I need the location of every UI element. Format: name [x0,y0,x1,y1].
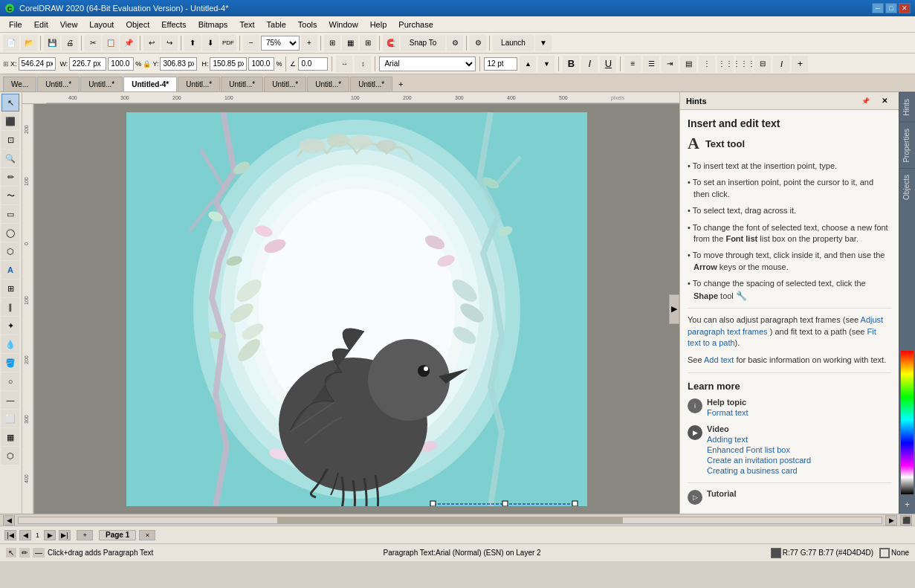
col-btn3[interactable]: ⋮⋮⋮ [736,56,752,72]
underline-button[interactable]: U [600,56,616,72]
angle-input[interactable] [298,57,328,71]
menu-bitmaps[interactable]: Bitmaps [193,16,234,32]
tool-text[interactable]: A [1,261,19,279]
menu-window[interactable]: Window [323,16,364,32]
mirror-v-button[interactable]: ↕ [355,56,371,72]
tab-4[interactable]: Untitl...* [221,77,263,91]
scroll-left-button[interactable]: ◀ [3,515,15,526]
tool-polygon[interactable]: ⬡ [1,242,19,260]
new-button[interactable]: 📄 [3,35,19,51]
add-col-button[interactable]: + [792,56,808,72]
horizontal-scrollbar[interactable]: ◀ ▶ ⬛ [0,514,915,526]
menu-object[interactable]: Object [120,16,155,32]
menu-text[interactable]: Text [233,16,260,32]
print-button[interactable]: 🖨 [62,35,78,51]
width-input[interactable] [69,57,106,71]
hints-close-button[interactable]: ✕ [876,93,893,109]
page-tab[interactable]: Page 1 [99,530,136,540]
bold-button[interactable]: B [563,56,579,72]
font-size-input[interactable] [484,57,517,71]
col-btn2[interactable]: ⋮⋮ [717,56,734,72]
tool-curve[interactable]: ✏ [1,168,19,186]
tool-shadow[interactable]: ▦ [1,428,19,446]
mirror-h-button[interactable]: ↔ [336,56,352,72]
tool-fill[interactable]: 🪣 [1,354,19,372]
collapse-panel-button[interactable]: ▶ [669,294,679,324]
link-adding-text[interactable]: Adding text [707,435,811,444]
prev-page-button[interactable]: ◀ [19,530,31,540]
height-input[interactable] [210,57,247,71]
zoom-in-button[interactable]: + [301,35,317,51]
scrollbar-track[interactable] [18,517,882,524]
italic-button[interactable]: I [581,56,598,72]
menu-view[interactable]: View [54,16,84,32]
next-page-button[interactable]: ▶ [44,530,56,540]
view-button[interactable]: ▦ [342,35,358,51]
options-button[interactable]: ⚙ [470,35,486,51]
font-size-up[interactable]: ▲ [520,56,536,72]
tool-connector[interactable]: — [1,391,19,409]
tool-outline[interactable]: ○ [1,372,19,390]
panel-tab-objects[interactable]: Objects [899,168,915,206]
menu-tools[interactable]: Tools [292,16,323,32]
copy-button[interactable]: 📋 [103,35,119,51]
tool-rect[interactable]: ▭ [1,205,19,223]
open-button[interactable]: 📂 [21,35,37,51]
pdf-button[interactable]: PDF [220,35,236,51]
export-button[interactable]: ⬇ [202,35,219,51]
y-input[interactable] [160,57,197,71]
zoom-dropdown[interactable]: 75% 50% 100% 200% [261,36,300,51]
tab-7[interactable]: Untitl...* [350,77,392,91]
restore-button[interactable]: □ [885,3,897,13]
bullets-button[interactable]: ☰ [643,56,659,72]
menu-edit[interactable]: Edit [28,16,54,32]
minimize-button[interactable]: ─ [872,3,884,13]
import-button[interactable]: ⬆ [184,35,201,51]
font-dropdown[interactable]: Arial [379,56,476,71]
text-option[interactable]: I [773,56,789,72]
align-left-button[interactable]: ≡ [624,56,641,72]
link-add-text[interactable]: Add text [704,355,734,364]
add-tab-button[interactable]: + [393,77,408,91]
menu-purchase[interactable]: Purchase [392,16,439,32]
x-input[interactable] [19,57,56,71]
grid-button[interactable]: ⊞ [360,35,376,51]
align-block-button[interactable]: ▤ [680,56,696,72]
color-palette-vertical[interactable] [901,351,914,494]
delete-page-button[interactable]: × [139,530,155,540]
title-bar-controls[interactable]: ─ □ ✕ [872,3,911,13]
snap-settings-button[interactable]: ⚙ [447,35,463,51]
link-business-card[interactable]: Creating a business card [707,466,811,475]
scroll-right-button[interactable]: ▶ [885,515,897,526]
col-btn[interactable]: ⋮ [699,56,715,72]
tool-blend[interactable]: ⬡ [1,447,19,465]
paste-button[interactable]: 📌 [120,35,137,51]
tab-active[interactable]: Untitled-4* [123,77,177,91]
font-size-down[interactable]: ▼ [538,56,555,72]
close-button[interactable]: ✕ [899,3,911,13]
tab-3[interactable]: Untitl...* [178,77,220,91]
menu-effects[interactable]: Effects [155,16,192,32]
launch-label[interactable]: Launch [493,35,534,51]
tool-ellipse[interactable]: ◯ [1,224,19,242]
add-page-button[interactable]: + [77,530,93,540]
menu-help[interactable]: Help [364,16,393,32]
tool-erase[interactable]: ⬜ [1,410,19,427]
indent-button[interactable]: ⇥ [662,56,678,72]
add-color-button[interactable]: + [899,496,915,514]
zoom-out-button[interactable]: − [243,35,259,51]
tool-node[interactable]: ⬛ [1,112,19,130]
tool-smartdraw[interactable]: 〜 [1,187,19,204]
cut-button[interactable]: ✂ [85,35,101,51]
scroll-corner[interactable]: ⬛ [900,515,912,526]
panel-tab-properties[interactable]: Properties [899,122,915,169]
redo-button[interactable]: ↪ [161,35,178,51]
last-page-button[interactable]: ▶| [59,530,71,540]
tab-6[interactable]: Untitl...* [307,77,349,91]
save-button[interactable]: 💾 [44,35,60,51]
link-format-text[interactable]: Format text [707,408,749,417]
snap-to-label[interactable]: Snap To [401,35,445,51]
first-page-button[interactable]: |◀ [4,530,16,540]
link-enhanced-font[interactable]: Enhanced Font list box [707,445,811,454]
scale-h-input[interactable] [248,57,274,71]
